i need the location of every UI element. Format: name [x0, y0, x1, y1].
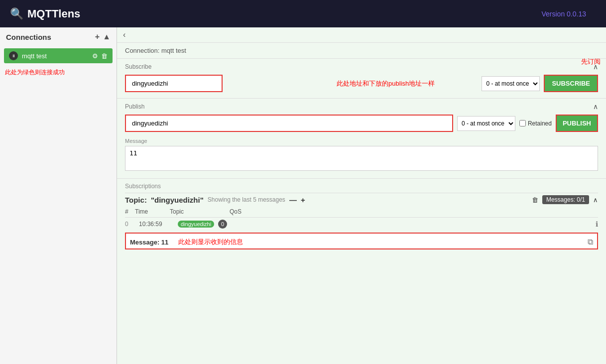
retained-checkbox[interactable]	[519, 120, 526, 126]
subscriptions-section: Subscriptions Topic: "dingyuedizhi" Show…	[117, 179, 606, 255]
gear-icon[interactable]: ⚙	[92, 52, 98, 60]
topic-header: Topic: "dingyuedizhi" Showing the last 5…	[125, 193, 598, 206]
logo-area: 🔍 MQTTlens	[10, 7, 80, 20]
subscribe-header: Subscribe ∧	[117, 59, 606, 73]
publish-section: Publish ∧ 0 - at most once 1 - at least …	[117, 99, 606, 179]
message-display-area: Message: 11 此处则显示收到的信息	[130, 238, 243, 246]
retained-area: Retained	[519, 120, 552, 127]
col-header-num: #	[125, 208, 135, 215]
topic-badge: dingyuedizhi	[178, 221, 214, 228]
col-header-qos: QoS	[230, 208, 254, 215]
top-bar: 🔍 MQTTlens Version 0.0.13	[0, 0, 606, 27]
main-layout: Connections + ▲ ⏸ mqtt test ⚙ 🗑 此处为绿色则连接…	[0, 27, 606, 364]
subscribe-row: 此处地址和下放的publish地址一样 0 - at most once 1 -…	[117, 73, 606, 98]
message-textarea-wrapper: 再输入信息后发布	[125, 146, 598, 172]
connections-title: Connections	[6, 33, 51, 41]
subscribe-qos-select[interactable]: 0 - at most once 1 - at least once 2 - e…	[482, 76, 540, 91]
sidebar-header-actions: + ▲	[95, 32, 111, 41]
col-header-time: Time	[135, 208, 170, 215]
connection-label: Connection: mqtt test	[117, 43, 606, 59]
publish-topic-input[interactable]	[125, 115, 453, 132]
subscriptions-title: Subscriptions	[125, 183, 598, 190]
connection-name: mqtt test	[22, 52, 47, 60]
content-area: ‹ Connection: mqtt test Subscribe ∧ 此处地址…	[117, 27, 606, 364]
message-content-row: Message: 11 此处则显示收到的信息 ⧉	[125, 233, 598, 249]
logo-text: MQTTlens	[27, 7, 80, 20]
collapse-sidebar-button[interactable]: ▲	[103, 32, 111, 41]
subscribe-input[interactable]	[125, 75, 223, 92]
retained-label: Retained	[528, 120, 552, 127]
delete-subscription-icon[interactable]: 🗑	[532, 196, 538, 204]
row-time: 10:36:59	[139, 221, 174, 228]
collapse-button[interactable]: ‹	[117, 27, 606, 43]
message-received-annotation: 此处则显示收到的信息	[178, 238, 243, 246]
connection-item-left: ⏸ mqtt test	[9, 51, 47, 60]
col-header-topic: Topic	[170, 208, 230, 215]
add-subscription-icon[interactable]: +	[301, 196, 305, 204]
subscribe-label: Subscribe	[125, 63, 151, 70]
publish-row: 0 - at most once 1 - at least once 2 - e…	[117, 113, 606, 136]
publish-qos-select[interactable]: 0 - at most once 1 - at least once 2 - e…	[457, 116, 515, 131]
topic-header-left: Topic: "dingyuedizhi" Showing the last 5…	[125, 196, 305, 204]
add-connection-button[interactable]: +	[95, 32, 100, 41]
subscribe-btn-wrapper: SUBSCRIBE 先订阅	[544, 75, 598, 92]
delete-connection-icon[interactable]: 🗑	[101, 52, 108, 60]
topic-name: "dingyuedizhi"	[151, 196, 204, 204]
qos-badge: 0	[218, 220, 227, 229]
subscribe-input-wrapper: 此处地址和下放的publish地址一样	[125, 75, 478, 92]
message-textarea[interactable]	[125, 146, 598, 171]
sidebar: Connections + ▲ ⏸ mqtt test ⚙ 🗑 此处为绿色则连接…	[0, 27, 117, 364]
message-label: Message	[125, 138, 598, 144]
publish-chevron[interactable]: ∧	[593, 103, 598, 111]
table-header: # Time Topic QoS	[125, 206, 598, 218]
publish-header: Publish ∧	[117, 99, 606, 113]
copy-icon[interactable]: ⧉	[588, 238, 593, 246]
connection-item[interactable]: ⏸ mqtt test ⚙ 🗑	[4, 48, 113, 63]
topic-prefix: Topic:	[125, 196, 147, 204]
publish-label: Publish	[125, 103, 144, 110]
subscribe-section: Subscribe ∧ 此处地址和下放的publish地址一样 0 - at m…	[117, 59, 606, 99]
topic-actions: 🗑 Messages: 0/1 ∧	[532, 195, 598, 204]
table-row: 0 10:36:59 dingyuedizhi 0 ℹ Message: 11 …	[125, 218, 598, 249]
showing-text: Showing the last 5 messages	[208, 196, 285, 203]
sidebar-header: Connections + ▲	[0, 27, 117, 46]
message-section: Message 再输入信息后发布	[117, 136, 606, 178]
logo-icon: 🔍	[10, 7, 23, 20]
message-content-inner: Message: 11 此处则显示收到的信息 ⧉	[130, 238, 593, 246]
showing-dash: —	[289, 196, 297, 204]
messages-badge: Messages: 0/1	[542, 195, 589, 204]
subscribe-top-annotation: 先订阅	[581, 57, 601, 66]
message-content-text: Message: 11	[130, 239, 168, 246]
subscribe-annotation: 此处地址和下放的publish地址一样	[337, 79, 435, 88]
version-text: Version 0.0.13	[541, 10, 586, 18]
subscribe-button[interactable]: SUBSCRIBE	[544, 75, 598, 92]
pause-icon: ⏸	[9, 51, 18, 60]
publish-button[interactable]: PUBLISH	[556, 115, 598, 132]
expand-topic-icon[interactable]: ∧	[593, 196, 598, 204]
row-num: 0	[125, 221, 135, 228]
info-icon[interactable]: ℹ	[596, 220, 598, 228]
sidebar-annotation: 此处为绿色则连接成功	[0, 65, 117, 80]
connection-actions: ⚙ 🗑	[92, 52, 108, 60]
